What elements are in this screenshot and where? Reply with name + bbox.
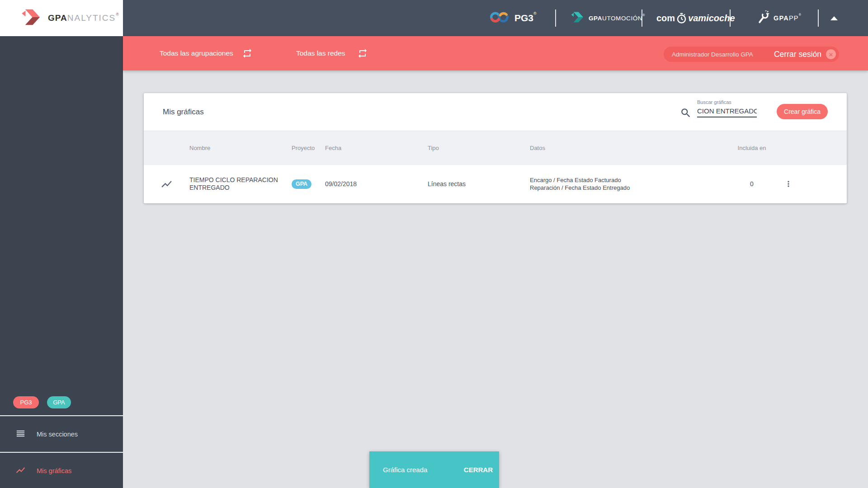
page-title: Mis gráficas [163,108,204,117]
chart-name: TIEMPO CICLO REPARACION ENTREGADO [189,176,292,192]
project-badge: GPA [292,179,311,189]
gpapp-wordmark: GPAPP® [774,14,802,22]
chart-data-sources: Encargo / Fecha Estado Facturado Reparac… [530,176,727,192]
snackbar-close-button[interactable]: CERRAR [464,466,493,474]
my-charts-card: Mis gráficas Buscar gráficas Crear gráfi… [144,93,847,203]
gpanalytics-wordmark: GPANALYTICS® [48,13,119,23]
gpa-badge[interactable]: GPA [47,396,71,408]
header-divider [555,9,556,27]
top-header: PG3® GPAUTOMOCIÓN® com vamicoche [123,0,868,36]
pg3-logo[interactable]: PG3® [489,0,537,36]
wrench-icon [756,10,769,26]
project-cell: GPA [292,179,325,189]
header-divider [642,9,642,27]
all-networks-selector[interactable]: Todas las redes [296,36,345,70]
user-name: Administrador Desarrollo GPA [672,51,753,58]
pg3-badge[interactable]: PG3 [13,396,39,408]
sidebar-badges: PG3 GPA [0,396,123,408]
column-header-tipo: Tipo [428,145,530,151]
data-source-line: Encargo / Fecha Estado Facturado [530,176,727,184]
snackbar-message: Gráfica creada [383,466,427,474]
comprovamicoche-logo[interactable]: com vamicoche [656,0,735,36]
column-header-proyecto: Proyecto [292,145,325,151]
column-header-nombre: Nombre [189,145,292,151]
column-header-fecha: Fecha [325,145,428,151]
gpautomocion-wordmark: GPAUTOMOCIÓN® [589,15,645,22]
create-chart-button[interactable]: Crear gráfica [777,104,828,119]
data-source-line: Reparación / Fecha Estado Entregado [530,184,727,192]
chart-type: Líneas rectas [428,180,530,188]
header-divider [818,9,819,27]
snackbar: Gráfica creada CERRAR [369,451,499,488]
search-label: Buscar gráficas [697,99,731,105]
swap-networks-icon[interactable] [357,48,368,61]
sidebar-item-mis-secciones[interactable]: Mis secciones [0,416,123,452]
chart-line-icon [15,465,26,477]
swap-groupings-icon[interactable] [242,48,253,61]
table-header-row: Nombre Proyecto Fecha Tipo Datos Incluid… [144,131,847,165]
card-header: Mis gráficas Buscar gráficas Crear gráfi… [144,93,847,131]
clock-icon [676,13,687,24]
gpautomocion-arrow-icon [571,10,585,26]
sidebar-item-mis-graficas[interactable]: Mis gráficas [0,453,123,488]
all-groupings-selector[interactable]: Todas las agrupaciones [160,36,233,70]
collapse-header-arrow-icon[interactable] [830,16,838,20]
pg3-wordmark: PG3® [514,13,537,23]
gpapp-logo[interactable]: GPAPP® [756,0,802,36]
filter-bar: Todas las agrupaciones Todas las redes A… [123,36,868,70]
column-header-datos: Datos [530,145,727,151]
gpanalytics-logo[interactable]: GPANALYTICS® [0,0,123,36]
chart-date: 09/02/2018 [325,180,428,188]
included-in-count: 0 [727,180,777,188]
header-divider [730,9,731,27]
table-row[interactable]: TIEMPO CICLO REPARACION ENTREGADO GPA 09… [144,165,847,203]
menu-icon [15,428,26,440]
pg3-infinity-icon [489,11,510,25]
gpautomocion-logo[interactable]: GPAUTOMOCIÓN® [571,0,645,36]
search-icon[interactable] [680,107,692,121]
row-chart-type-icon [144,178,189,190]
comprovamicoche-pre: com [656,13,675,23]
user-session-pill: Administrador Desarrollo GPA Cerrar sesi… [664,47,839,62]
logout-close-icon[interactable]: × [826,49,836,59]
sidebar-item-label: Mis gráficas [37,467,71,474]
comprovamicoche-post: vamicoche [688,13,735,23]
logout-button[interactable]: Cerrar sesión [774,50,821,59]
gpanalytics-arrow-icon [21,7,42,29]
sidebar: PG3 GPA Mis secciones Mis gráficas [0,36,123,488]
search-input[interactable] [697,105,757,117]
column-header-incluida-en: Incluida en [727,145,777,151]
row-more-options-icon[interactable] [782,178,795,190]
sidebar-item-label: Mis secciones [37,431,78,438]
